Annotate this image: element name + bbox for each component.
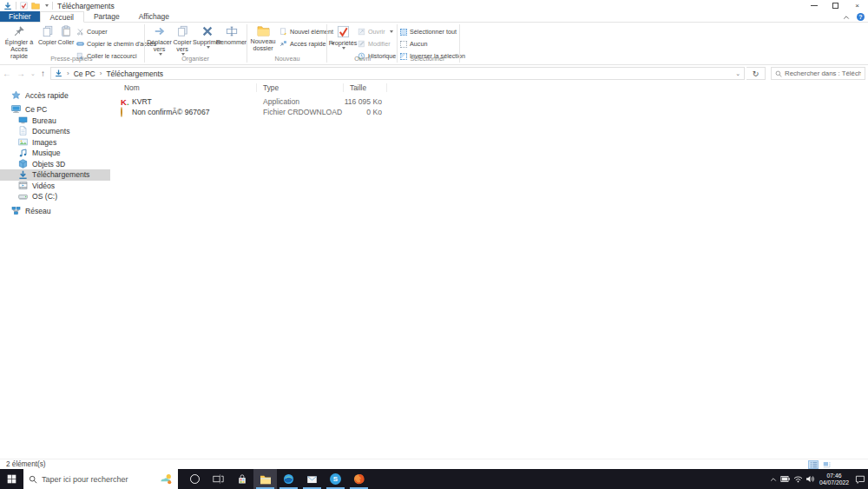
minimize-button[interactable] xyxy=(803,0,825,11)
taskbar-clock[interactable]: 07:46 04/07/2022 xyxy=(816,472,852,486)
sidebar-item-images[interactable]: Images xyxy=(0,136,110,148)
downloads-icon xyxy=(18,170,28,180)
item-count: 2 élément(s) xyxy=(6,460,46,468)
sidebar-item-videos[interactable]: Vidéos xyxy=(0,180,110,191)
forward-icon[interactable]: → xyxy=(16,69,25,78)
cortana-button[interactable] xyxy=(183,469,207,489)
column-header-name[interactable]: Nom xyxy=(124,83,140,92)
column-header-size[interactable]: Taille xyxy=(350,83,366,92)
sidebar-item-quick-access[interactable]: Accès rapide xyxy=(0,89,110,101)
tab-accueil[interactable]: Accueil xyxy=(40,11,84,23)
sidebar-item-documents[interactable]: Documents xyxy=(0,125,110,136)
sidebar-label: Accès rapide xyxy=(25,91,69,100)
music-icon xyxy=(18,149,28,158)
search-icon xyxy=(775,70,782,77)
tab-fichier[interactable]: Fichier xyxy=(0,11,40,22)
explorer-search-input[interactable] xyxy=(785,69,861,77)
open-icon xyxy=(358,28,365,36)
large-icons-view-button[interactable] xyxy=(821,460,832,469)
open-label: Ouvrir xyxy=(368,28,385,36)
refresh-button[interactable]: ↻ xyxy=(746,67,766,80)
sidebar-label: Images xyxy=(32,138,56,147)
edit-icon xyxy=(358,40,365,48)
objects-3d-icon xyxy=(18,159,28,169)
sidebar-item-telechargements[interactable]: Téléchargements xyxy=(0,169,110,181)
cut-icon xyxy=(76,28,84,36)
back-icon[interactable]: ← xyxy=(3,69,11,78)
quick-access-star-icon xyxy=(11,90,21,100)
sidebar-label: Bureau xyxy=(32,116,56,125)
action-center-icon[interactable] xyxy=(852,469,868,489)
weather-widget-icon[interactable] xyxy=(160,473,173,485)
copy-path-icon xyxy=(76,40,84,48)
sidebar-item-ce-pc[interactable]: Ce PC xyxy=(0,103,110,115)
crumb-telechargements[interactable]: Téléchargements xyxy=(106,69,163,78)
task-view-button[interactable] xyxy=(207,469,230,489)
sidebar-item-os-c[interactable]: OS (C:) xyxy=(0,191,110,202)
breadcrumb[interactable]: › Ce PC › Téléchargements ⌄ xyxy=(50,67,745,80)
column-headers: Nom Type Taille xyxy=(110,82,868,94)
cut-button[interactable]: Couper xyxy=(76,26,108,37)
skype-icon[interactable]: S xyxy=(324,469,347,489)
new-group-label: Nouveau xyxy=(249,55,326,63)
column-divider[interactable] xyxy=(343,83,344,92)
details-view-button[interactable] xyxy=(808,460,819,469)
computer-icon xyxy=(11,104,21,114)
start-button[interactable] xyxy=(0,469,23,489)
crdownload-file-icon xyxy=(121,108,130,117)
network-wifi-icon[interactable] xyxy=(792,469,804,489)
paste-label: Coller xyxy=(58,39,75,46)
taskbar-search-box[interactable] xyxy=(23,469,178,489)
qat-customize-caret-icon[interactable] xyxy=(45,4,49,7)
select-all-label: Sélectionner tout xyxy=(410,28,457,36)
kvrt-app-icon: K. xyxy=(121,97,130,107)
tab-affichage[interactable]: Affichage xyxy=(129,11,179,22)
help-icon[interactable]: ? xyxy=(857,13,865,21)
file-size: 116 095 Ko xyxy=(312,97,382,106)
properties-label: Propriétés xyxy=(329,40,358,47)
close-button[interactable]: × xyxy=(846,0,868,11)
column-header-type[interactable]: Type xyxy=(263,83,279,92)
properties-quick-icon[interactable] xyxy=(20,2,28,10)
open-button: Ouvrir xyxy=(358,26,393,37)
sidebar-item-objets-3d[interactable]: Objets 3D xyxy=(0,158,110,169)
taskbar-search-input[interactable] xyxy=(42,475,155,484)
sidebar-item-musique[interactable]: Musique xyxy=(0,148,110,159)
file-row-crdownload[interactable]: Non confirmÃ© 967067 Fichier CRDOWNLOAD … xyxy=(110,107,510,118)
sidebar-label: Vidéos xyxy=(32,182,55,190)
document-icon xyxy=(18,126,28,135)
edge-icon[interactable] xyxy=(277,469,300,489)
address-dropdown-caret-icon[interactable]: ⌄ xyxy=(735,70,740,77)
microsoft-store-icon[interactable] xyxy=(230,469,253,489)
tray-chevron-up-icon[interactable] xyxy=(767,469,779,489)
minimize-ribbon-icon[interactable] xyxy=(843,15,850,20)
select-none-button[interactable]: Aucun xyxy=(400,38,427,50)
clipboard-group-label: Presse-papiers xyxy=(26,55,117,63)
tab-partage[interactable]: Partage xyxy=(84,11,129,22)
mail-icon[interactable] xyxy=(300,469,324,489)
clock-date: 04/07/2022 xyxy=(816,479,852,486)
up-icon[interactable]: ↑ xyxy=(41,69,45,78)
select-all-icon xyxy=(400,29,407,36)
ribbon-separator xyxy=(459,24,460,63)
crumb-ce-pc[interactable]: Ce PC xyxy=(74,69,95,78)
new-item-icon xyxy=(279,28,287,36)
volume-icon[interactable] xyxy=(804,469,816,489)
sidebar-label: Téléchargements xyxy=(32,170,89,179)
battery-icon[interactable] xyxy=(779,469,792,489)
file-explorer-taskbar-icon[interactable] xyxy=(253,469,277,489)
select-all-button[interactable]: Sélectionner tout xyxy=(400,26,457,37)
ribbon-separator xyxy=(144,24,145,63)
new-folder-quick-icon[interactable] xyxy=(31,2,40,10)
firefox-icon[interactable] xyxy=(347,469,371,489)
maximize-button[interactable] xyxy=(825,0,846,11)
explorer-search-box[interactable] xyxy=(771,67,865,80)
column-divider[interactable] xyxy=(256,83,257,92)
sidebar-item-reseau[interactable]: Réseau xyxy=(0,205,110,216)
easy-access-icon xyxy=(279,40,287,48)
sidebar-label: Objets 3D xyxy=(32,160,65,169)
copy-path-label: Copier le chemin d'accès xyxy=(87,40,156,48)
column-divider[interactable] xyxy=(386,83,387,92)
pin-icon xyxy=(13,25,25,37)
recent-locations-caret-icon[interactable]: ⌄ xyxy=(30,70,36,77)
